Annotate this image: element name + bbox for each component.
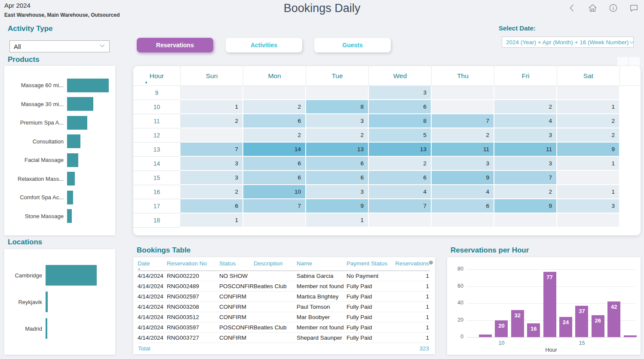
matrix-cell[interactable]: 4 bbox=[494, 114, 557, 128]
matrix-cell[interactable] bbox=[432, 86, 494, 100]
category-bar[interactable] bbox=[67, 172, 75, 186]
matrix-cell[interactable]: 3 bbox=[306, 114, 369, 128]
matrix-cell[interactable]: 1 bbox=[557, 157, 620, 171]
matrix-cell[interactable]: 1 bbox=[181, 100, 243, 114]
hour-bar[interactable]: 77 bbox=[543, 272, 556, 337]
matrix-hour-label[interactable]: 11 bbox=[133, 114, 181, 128]
matrix-hour-label[interactable]: 13 bbox=[133, 143, 181, 157]
category-bar[interactable] bbox=[67, 97, 93, 111]
info-icon[interactable] bbox=[608, 3, 618, 13]
matrix-cell[interactable] bbox=[494, 86, 557, 100]
activity-type-dropdown[interactable]: All bbox=[9, 40, 110, 52]
matrix-cell[interactable]: 3 bbox=[306, 185, 369, 199]
matrix-cell[interactable]: 8 bbox=[306, 100, 369, 114]
matrix-cell[interactable]: 1 bbox=[306, 213, 369, 228]
matrix-cell[interactable] bbox=[369, 213, 432, 228]
matrix-col-header-mon[interactable]: Mon bbox=[243, 66, 306, 86]
matrix-cell[interactable]: 3 bbox=[557, 199, 620, 213]
matrix-cell[interactable]: 2 bbox=[306, 128, 369, 143]
category-bar[interactable] bbox=[67, 191, 73, 204]
column-header-payment-status[interactable]: Payment Status bbox=[347, 258, 395, 271]
matrix-cell[interactable] bbox=[181, 128, 243, 143]
column-header-reservation-no[interactable]: Reservation No bbox=[167, 258, 219, 271]
matrix-cell[interactable]: 6 bbox=[369, 100, 432, 114]
hour-bar[interactable] bbox=[479, 335, 492, 337]
matrix-hour-label[interactable]: 15 bbox=[133, 171, 181, 185]
matrix-cell[interactable] bbox=[243, 213, 306, 228]
matrix-cell[interactable]: 10 bbox=[243, 185, 306, 199]
matrix-cell[interactable]: 13 bbox=[306, 143, 369, 157]
matrix-cell[interactable]: 6 bbox=[369, 171, 432, 185]
matrix-hour-label[interactable]: 12 bbox=[133, 128, 181, 143]
matrix-cell[interactable]: 2 bbox=[494, 185, 557, 199]
tab-activities[interactable]: Activities bbox=[226, 38, 302, 52]
category-bar[interactable] bbox=[67, 134, 80, 148]
hour-bar[interactable]: 37 bbox=[575, 306, 588, 337]
matrix-cell[interactable]: 7 bbox=[432, 114, 494, 128]
column-header-date[interactable]: Date▲ bbox=[138, 258, 167, 271]
matrix-hour-label[interactable]: 14 bbox=[133, 157, 181, 171]
column-header-name[interactable]: Name bbox=[297, 258, 347, 271]
matrix-cell[interactable]: 2 bbox=[557, 114, 620, 128]
matrix-cell[interactable]: 3 bbox=[494, 157, 557, 171]
table-scrollbar-thumb[interactable] bbox=[429, 261, 433, 265]
back-icon[interactable] bbox=[567, 3, 577, 13]
hour-bar[interactable]: 20 bbox=[495, 320, 508, 338]
matrix-hour-label[interactable]: 9 bbox=[133, 86, 181, 100]
column-header-status[interactable]: Status bbox=[219, 258, 254, 271]
hour-bar[interactable]: 32 bbox=[511, 310, 524, 337]
matrix-cell[interactable] bbox=[306, 86, 369, 100]
category-bar[interactable] bbox=[46, 318, 47, 339]
matrix-cell[interactable]: 6 bbox=[243, 114, 306, 128]
matrix-cell[interactable]: 7 bbox=[494, 171, 557, 185]
comment-icon[interactable] bbox=[629, 3, 639, 13]
matrix-cell[interactable]: 6 bbox=[243, 171, 306, 185]
matrix-col-header-wed[interactable]: Wed bbox=[369, 66, 432, 86]
matrix-cell[interactable]: 9 bbox=[306, 199, 369, 213]
category-bar[interactable] bbox=[46, 292, 48, 312]
table-row[interactable]: 4/14/2024RNG003597POSCONFIRMBeatles Club… bbox=[138, 322, 430, 333]
matrix-cell[interactable] bbox=[243, 86, 306, 100]
matrix-cell[interactable]: 3 bbox=[432, 157, 494, 171]
matrix-cell[interactable]: 4 bbox=[369, 185, 432, 199]
table-row[interactable]: 4/14/2024RNG003727CONFIRMShepard Saunper… bbox=[138, 333, 430, 343]
matrix-col-header-tue[interactable]: Tue bbox=[306, 66, 369, 86]
table-row[interactable]: 4/14/2024RNG002489POSCONFIRMBeatles Club… bbox=[138, 281, 430, 292]
hour-bar[interactable]: 24 bbox=[559, 317, 572, 337]
matrix-cell[interactable]: 2 bbox=[243, 100, 306, 114]
matrix-cell[interactable]: 3 bbox=[181, 157, 243, 171]
matrix-cell[interactable] bbox=[557, 171, 620, 185]
visual-option-button[interactable] bbox=[617, 57, 628, 67]
category-bar[interactable] bbox=[67, 209, 72, 223]
matrix-cell[interactable]: 11 bbox=[494, 143, 557, 157]
matrix-cell[interactable]: 9 bbox=[432, 171, 494, 185]
matrix-cell[interactable]: 6 bbox=[243, 157, 306, 171]
hour-bar[interactable]: 16 bbox=[527, 323, 540, 337]
matrix-row-header[interactable]: Hour▲ bbox=[133, 66, 181, 86]
matrix-cell[interactable]: 6 bbox=[306, 171, 369, 185]
hour-bar[interactable]: 26 bbox=[592, 315, 604, 337]
matrix-cell[interactable]: 13 bbox=[369, 143, 432, 157]
matrix-cell[interactable] bbox=[557, 86, 620, 100]
matrix-cell[interactable]: 6 bbox=[181, 199, 243, 213]
visual-option-button[interactable] bbox=[629, 57, 640, 67]
matrix-cell[interactable]: 7 bbox=[243, 199, 306, 213]
table-row[interactable]: 4/14/2024RNG002220NO SHOWSabina GarciaNo… bbox=[138, 271, 430, 281]
matrix-col-header-thu[interactable]: Thu bbox=[432, 66, 494, 86]
table-row[interactable]: 4/14/2024RNG003208CONFIRMPaul TomsonFull… bbox=[138, 302, 430, 312]
matrix-cell[interactable]: 6 bbox=[432, 199, 494, 213]
select-date-dropdown[interactable]: 2024 (Year) + Apr (Month) + 16 (Week Num… bbox=[502, 37, 634, 48]
tab-reservations[interactable]: Reservations bbox=[137, 38, 213, 52]
matrix-cell[interactable]: 2 bbox=[181, 114, 243, 128]
matrix-cell[interactable]: 5 bbox=[369, 128, 432, 143]
matrix-cell[interactable]: 6 bbox=[306, 157, 369, 171]
category-bar[interactable] bbox=[46, 265, 97, 286]
matrix-cell[interactable]: 3 bbox=[494, 128, 557, 143]
matrix-cell[interactable]: 2 bbox=[243, 128, 306, 143]
matrix-cell[interactable]: 14 bbox=[243, 143, 306, 157]
matrix-cell[interactable] bbox=[432, 100, 494, 114]
matrix-hour-label[interactable]: 16 bbox=[133, 185, 181, 199]
matrix-cell[interactable]: 2 bbox=[181, 185, 243, 199]
matrix-cell[interactable] bbox=[181, 86, 243, 100]
matrix-cell[interactable]: 7 bbox=[369, 199, 432, 213]
